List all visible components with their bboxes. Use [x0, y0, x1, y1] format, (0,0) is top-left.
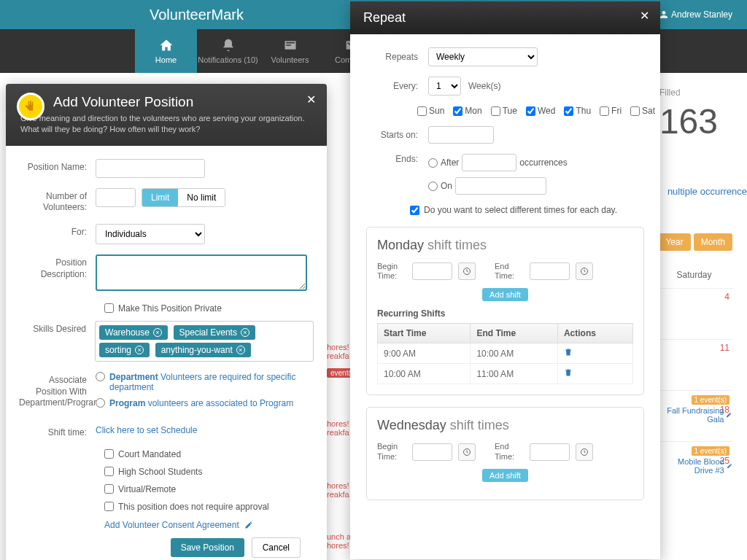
- day-mon-checkbox[interactable]: [453, 106, 462, 116]
- begin-time-input[interactable]: [412, 262, 452, 280]
- end-time-input[interactable]: [530, 262, 570, 280]
- for-select[interactable]: Individuals: [96, 224, 205, 244]
- table-row: 10:00 AM 11:00 AM: [378, 364, 633, 384]
- bell-icon: [221, 38, 236, 52]
- skill-tag: sorting×: [99, 343, 150, 357]
- cal-header-saturday: Saturday: [656, 270, 732, 280]
- nav-home[interactable]: Home: [135, 29, 197, 73]
- end-time-input[interactable]: [530, 443, 570, 461]
- delete-shift-button[interactable]: [564, 369, 573, 379]
- event-gala[interactable]: Fall Fundraising Gala: [659, 406, 732, 424]
- num-volunteers-input[interactable]: [96, 188, 136, 207]
- shift-time-label: Shift time:: [19, 424, 96, 439]
- for-label: For:: [19, 224, 96, 238]
- remove-skill-icon[interactable]: ×: [241, 328, 249, 337]
- remove-skill-icon[interactable]: ×: [236, 346, 245, 354]
- schedule-link[interactable]: Click here to set Schedule: [96, 425, 197, 435]
- description-label: Position Description:: [19, 254, 96, 280]
- multiple-occurrences-link[interactable]: nultiple occurrence: [667, 186, 747, 197]
- cal-row-1: 4: [656, 288, 732, 324]
- position-name-label: Position Name:: [19, 159, 96, 174]
- delete-shift-button[interactable]: [564, 349, 573, 359]
- repeat-modal-header: Repeat ✕: [350, 1, 660, 34]
- save-position-button[interactable]: Save Position: [171, 538, 244, 557]
- associate-label: Associate Position With Department/Progr…: [19, 372, 96, 409]
- num-volunteers-label: Number of Volunteers:: [19, 188, 96, 214]
- remove-skill-icon[interactable]: ×: [153, 328, 162, 337]
- pencil-icon: [727, 462, 732, 470]
- monday-shifts-table: Start Time End Time Actions 9:00 AM 10:0…: [377, 323, 633, 384]
- nav-notifications[interactable]: Notifications (10): [197, 29, 259, 73]
- court-mandated-checkbox[interactable]: [104, 449, 114, 459]
- skill-tag: Special Events×: [174, 325, 255, 340]
- no-limit-button[interactable]: No limit: [178, 189, 225, 206]
- close-button[interactable]: ✕: [306, 93, 316, 106]
- skill-tag: anything-you-want×: [155, 343, 251, 357]
- description-textarea[interactable]: [96, 254, 307, 291]
- ends-on-date-input[interactable]: [455, 177, 546, 195]
- different-times-checkbox[interactable]: [410, 206, 419, 215]
- begin-time-input[interactable]: [412, 443, 452, 461]
- limit-button[interactable]: Limit: [142, 189, 178, 206]
- consent-link[interactable]: Add Volunteer Consent Agreement: [104, 520, 239, 530]
- day-sun-checkbox[interactable]: [417, 106, 427, 116]
- close-button[interactable]: ✕: [640, 9, 649, 23]
- starts-on-input[interactable]: [428, 126, 494, 144]
- trash-icon: [564, 368, 573, 377]
- day-wed-checkbox[interactable]: [526, 106, 535, 116]
- high-school-checkbox[interactable]: [104, 467, 114, 476]
- begin-time-picker[interactable]: [458, 443, 476, 461]
- modal-subtitle: Give meaning and direction to the volunt…: [20, 113, 314, 136]
- end-time-picker[interactable]: [576, 443, 593, 461]
- position-name-input[interactable]: [96, 159, 205, 178]
- program-radio[interactable]: [96, 398, 105, 408]
- department-radio[interactable]: [96, 372, 105, 381]
- user-icon: [659, 10, 668, 19]
- repeats-select[interactable]: Weekly: [428, 47, 538, 66]
- clock-icon: [462, 267, 471, 276]
- home-icon: [159, 38, 174, 52]
- virtual-remote-checkbox[interactable]: [104, 484, 114, 494]
- day-tue-checkbox[interactable]: [491, 106, 500, 116]
- days-checkboxes: Sun Mon Tue Wed Thu Fri Sat: [417, 106, 644, 116]
- day-fri-checkbox[interactable]: [600, 106, 609, 116]
- add-position-modal: Add Volunteer Position Give meaning and …: [6, 84, 327, 560]
- clock-icon: [462, 448, 471, 456]
- view-month-button[interactable]: Month: [694, 233, 732, 251]
- view-year-button[interactable]: Year: [658, 233, 690, 251]
- nav-volunteers[interactable]: Volunteers: [259, 29, 321, 73]
- add-shift-button[interactable]: Add shift: [482, 469, 528, 482]
- begin-time-picker[interactable]: [458, 262, 476, 280]
- cancel-button[interactable]: Cancel: [252, 537, 301, 558]
- stats-filled: Filled 163: [659, 88, 718, 141]
- user-menu[interactable]: Andrew Stanley: [659, 9, 732, 20]
- occurrences-input[interactable]: [462, 154, 516, 171]
- app-logo: VolunteerMark: [150, 7, 244, 23]
- modal-header: Add Volunteer Position Give meaning and …: [6, 84, 327, 146]
- skills-label: Skills Desired: [19, 321, 95, 335]
- add-shift-button[interactable]: Add shift: [482, 288, 528, 301]
- wednesday-shift-block: Wednesday shift times Begin Time: End Ti…: [366, 407, 644, 499]
- skills-input[interactable]: Warehouse× Special Events× sorting× anyt…: [95, 321, 314, 362]
- card-icon: [283, 38, 298, 52]
- every-select[interactable]: 1: [428, 77, 461, 96]
- repeat-modal: Repeat ✕ Repeats Weekly Every: 1 Week(s)…: [350, 1, 660, 559]
- cal-row-2: 11: [656, 339, 732, 376]
- table-row: 9:00 AM 10:00 AM: [378, 343, 633, 364]
- make-private-checkbox[interactable]: [104, 303, 114, 313]
- clock-icon: [580, 267, 589, 276]
- remove-skill-icon[interactable]: ×: [135, 346, 144, 354]
- day-thu-checkbox[interactable]: [564, 106, 573, 116]
- trash-icon: [564, 348, 573, 357]
- day-sat-checkbox[interactable]: [630, 106, 640, 116]
- event-blood-drive[interactable]: Mobile Blood Drive #3: [659, 457, 732, 475]
- pencil-icon: [244, 521, 253, 529]
- no-approval-checkbox[interactable]: [104, 502, 114, 511]
- end-time-picker[interactable]: [576, 262, 593, 280]
- monday-shift-block: Monday shift times Begin Time: End Time:…: [366, 227, 644, 395]
- ends-after-radio[interactable]: [428, 158, 438, 168]
- clock-icon: [580, 448, 589, 456]
- pencil-icon: [726, 411, 732, 419]
- cal-row-4: 1 event(s)25Mobile Blood Drive #3: [656, 441, 732, 478]
- ends-on-radio[interactable]: [428, 182, 438, 191]
